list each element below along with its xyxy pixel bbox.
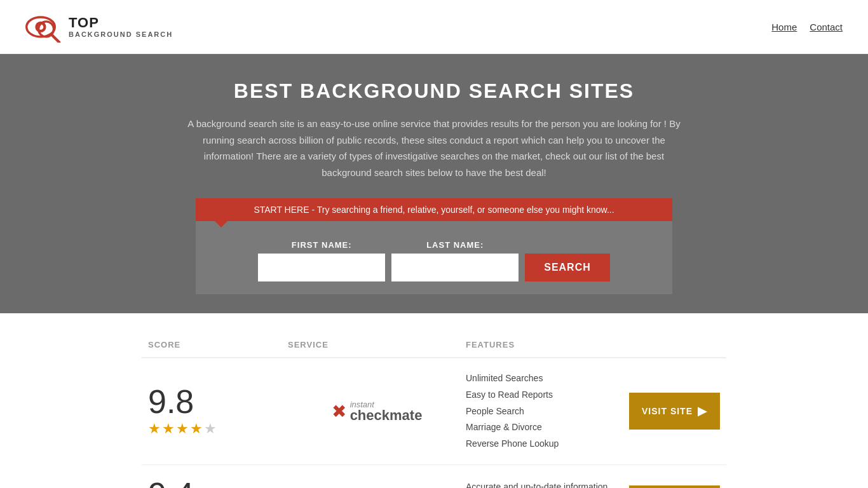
arrow-icon-1: ▶ bbox=[698, 404, 707, 418]
first-name-label: FIRST NAME: bbox=[258, 240, 385, 250]
search-button[interactable]: SEARCH bbox=[525, 254, 610, 281]
search-banner: START HERE - Try searching a friend, rel… bbox=[196, 198, 672, 221]
features-cell-2: Accurate and up-to-date information Unli… bbox=[466, 480, 618, 488]
logo-icon bbox=[25, 11, 64, 43]
checkmate-logo: ✖ instant checkmate bbox=[332, 400, 423, 423]
checkmate-main-text: checkmate bbox=[350, 409, 423, 423]
nav-home[interactable]: Home bbox=[771, 22, 797, 32]
search-form: FIRST NAME: LAST NAME: SEARCH bbox=[208, 240, 660, 281]
feature-item: Marriage & Divorce bbox=[466, 420, 618, 435]
hero-title: BEST BACKGROUND SEARCH SITES bbox=[13, 79, 855, 103]
last-name-input[interactable] bbox=[391, 254, 519, 281]
logo-top-text: TOP bbox=[69, 15, 173, 30]
feature-item: People Search bbox=[466, 404, 618, 419]
header-service: SERVICE bbox=[288, 340, 466, 349]
score-cell-2: 9.4 ★★★★★ bbox=[148, 478, 288, 488]
table-row: 9.8 ★★★★★ ✖ instant checkmate Unlimited … bbox=[142, 358, 726, 465]
table-header: SCORE SERVICE FEATURES bbox=[142, 332, 726, 358]
table-row: 9.4 ★★★★★ PeopleLooker Accurate and up-t… bbox=[142, 465, 726, 488]
visit-site-button-1[interactable]: VISIT SITE ▶ bbox=[629, 393, 720, 430]
last-name-label: LAST NAME: bbox=[391, 240, 519, 250]
logo-bottom-text: BACKGROUND SEARCH bbox=[69, 30, 173, 38]
hero-section: BEST BACKGROUND SEARCH SITES A backgroun… bbox=[0, 54, 868, 313]
visit-site-button-2[interactable]: VISIT SITE ▶ bbox=[629, 485, 720, 488]
logo-text: TOP BACKGROUND SEARCH bbox=[69, 15, 173, 38]
stars-1: ★★★★★ bbox=[148, 421, 218, 437]
feature-item: Unlimited Searches bbox=[466, 371, 618, 386]
nav-contact[interactable]: Contact bbox=[810, 22, 843, 32]
visit-cell-2: VISIT SITE ▶ bbox=[618, 485, 720, 488]
site-header: TOP BACKGROUND SEARCH Home Contact bbox=[0, 0, 868, 54]
score-number-1: 9.8 bbox=[148, 385, 194, 418]
feature-item: Reverse Phone Lookup bbox=[466, 437, 618, 452]
feature-item: Easy to Read Reports bbox=[466, 388, 618, 403]
first-name-input[interactable] bbox=[258, 254, 385, 281]
header-action bbox=[618, 340, 720, 349]
first-name-group: FIRST NAME: bbox=[258, 240, 385, 281]
search-form-container: FIRST NAME: LAST NAME: SEARCH bbox=[196, 221, 672, 294]
visit-cell-1: VISIT SITE ▶ bbox=[618, 393, 720, 430]
svg-line-3 bbox=[51, 34, 59, 42]
features-cell-1: Unlimited Searches Easy to Read Reports … bbox=[466, 371, 618, 452]
logo: TOP BACKGROUND SEARCH bbox=[25, 11, 173, 43]
results-area: SCORE SERVICE FEATURES 9.8 ★★★★★ ✖ insta… bbox=[129, 332, 739, 488]
hero-description: A background search site is an easy-to-u… bbox=[180, 116, 688, 180]
header-features: FEATURES bbox=[466, 340, 618, 349]
score-cell-1: 9.8 ★★★★★ bbox=[148, 385, 288, 437]
feature-item: Accurate and up-to-date information bbox=[466, 480, 618, 488]
header-score: SCORE bbox=[148, 340, 288, 349]
score-number-2: 9.4 bbox=[148, 478, 194, 488]
service-cell-1: ✖ instant checkmate bbox=[288, 400, 466, 423]
main-nav: Home Contact bbox=[771, 22, 843, 32]
checkmate-check-icon: ✖ bbox=[332, 401, 346, 422]
last-name-group: LAST NAME: bbox=[391, 240, 519, 281]
